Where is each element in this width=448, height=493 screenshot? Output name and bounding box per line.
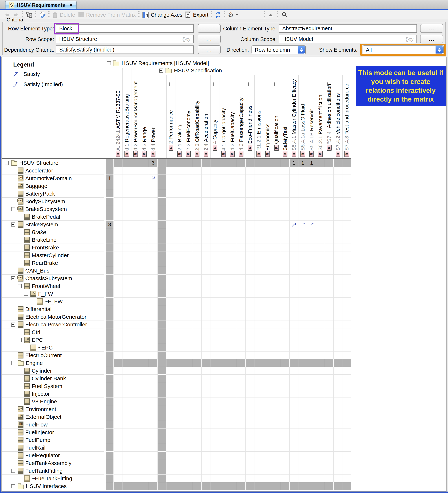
matrix-cell[interactable] [228,198,237,205]
matrix-cell[interactable] [202,452,211,459]
matrix-cell[interactable] [228,359,237,367]
matrix-cell[interactable] [281,290,290,298]
matrix-cell[interactable] [342,467,351,475]
column-header-RegenerativeBraking[interactable]: d.1 RegenerativeBraking [123,94,131,151]
matrix-cell[interactable] [140,336,149,344]
matrix-cell[interactable] [158,405,167,413]
matrix-cell[interactable] [254,413,263,421]
matrix-cell[interactable] [167,482,175,490]
matrix-cell[interactable] [281,452,290,459]
matrix-cell[interactable] [237,259,246,267]
matrix-cell[interactable] [316,336,325,344]
matrix-cell[interactable] [246,290,254,298]
tree-row-ElectricalMotorGenerator[interactable]: ElectricalMotorGenerator [2,313,104,321]
matrix-cell[interactable] [149,467,158,475]
matrix-cell[interactable] [228,428,237,436]
matrix-cell[interactable] [202,244,211,251]
matrix-cell[interactable] [334,398,342,405]
matrix-cell[interactable] [193,244,202,251]
matrix-cell[interactable] [316,459,325,467]
matrix-cell[interactable] [228,444,237,452]
matrix-cell[interactable] [219,467,228,475]
matrix-cell[interactable] [149,421,158,428]
matrix-cell[interactable] [140,351,149,359]
matrix-cell[interactable] [193,228,202,236]
matrix-cell[interactable] [246,467,254,475]
column-header-Adhesion-utilization[interactable]: "S7.4" Adhesion utilizationR [325,84,334,151]
matrix-cell[interactable] [202,221,211,228]
matrix-cell[interactable] [342,367,351,375]
matrix-cell[interactable] [123,467,131,475]
matrix-cell[interactable] [123,259,131,267]
matrix-cell[interactable] [316,267,325,275]
matrix-cell[interactable] [140,475,149,482]
matrix-cell[interactable] [114,421,123,428]
matrix-cell[interactable] [219,452,228,459]
column-element-type-more-button[interactable]: ... [420,24,443,33]
column-header-SafetyTest[interactable]: SafetyTest [281,127,290,151]
collapse-expander-icon[interactable] [11,207,15,211]
matrix-cell[interactable] [254,213,263,221]
matrix-cell[interactable] [290,328,298,336]
matrix-cell[interactable] [167,236,175,244]
matrix-cell[interactable] [219,167,228,174]
matrix-cell[interactable] [123,305,131,313]
matrix-cell[interactable] [175,421,184,428]
matrix-cell[interactable] [202,174,211,182]
matrix-cell[interactable] [158,459,167,467]
matrix-cell[interactable] [281,321,290,328]
column-header-Capacity[interactable]: 4 CapacityR [211,120,219,151]
matrix-cell[interactable] [246,236,254,244]
matrix-cell[interactable] [272,382,281,390]
matrix-cell[interactable] [298,290,307,298]
matrix-cell[interactable] [167,298,175,305]
matrix-cell[interactable] [316,282,325,290]
matrix-cell[interactable] [237,213,246,221]
matrix-cell[interactable] [298,444,307,452]
matrix-cell[interactable] [149,298,158,305]
refresh-button[interactable] [215,11,222,18]
matrix-cell[interactable] [193,375,202,382]
tree-row-Brake[interactable]: Brake [2,228,104,236]
matrix-cell[interactable] [325,190,334,198]
matrix-cell[interactable] [211,444,219,452]
matrix-cell[interactable] [193,398,202,405]
matrix-cell[interactable] [290,275,298,282]
matrix-cell[interactable] [175,444,184,452]
matrix-cell[interactable] [211,167,219,174]
matrix-cell[interactable] [131,182,140,190]
matrix-cell[interactable] [263,421,272,428]
matrix-cell[interactable] [290,413,298,421]
matrix-cell[interactable] [290,390,298,398]
matrix-cell[interactable] [281,428,290,436]
matrix-cell[interactable] [131,205,140,213]
matrix-cell[interactable] [246,359,254,367]
matrix-cell[interactable] [325,182,334,190]
matrix-cell[interactable] [290,190,298,198]
matrix-cell[interactable] [131,236,140,244]
matrix-cell[interactable] [307,321,316,328]
matrix-cell[interactable] [123,174,131,182]
matrix-cell[interactable] [325,305,334,313]
matrix-cell[interactable] [202,428,211,436]
matrix-cell[interactable] [211,313,219,321]
matrix-cell[interactable] [254,228,263,236]
matrix-cell[interactable] [158,452,167,459]
matrix-cell[interactable] [131,436,140,444]
matrix-cell[interactable] [184,251,193,259]
matrix-cell[interactable] [228,413,237,421]
matrix-cell[interactable] [193,336,202,344]
matrix-cell[interactable] [281,444,290,452]
collapse-expander-icon[interactable] [274,82,275,86]
matrix-cell[interactable] [325,367,334,375]
matrix-cell[interactable] [175,167,184,174]
matrix-cell[interactable] [263,359,272,367]
matrix-cell[interactable] [202,290,211,298]
matrix-cell[interactable] [114,190,123,198]
collapse-expander-icon[interactable] [107,61,111,65]
matrix-cell[interactable] [290,236,298,244]
matrix-cell[interactable] [290,205,298,213]
matrix-cell[interactable] [123,159,131,167]
matrix-cell[interactable] [290,367,298,375]
matrix-cell[interactable] [298,236,307,244]
